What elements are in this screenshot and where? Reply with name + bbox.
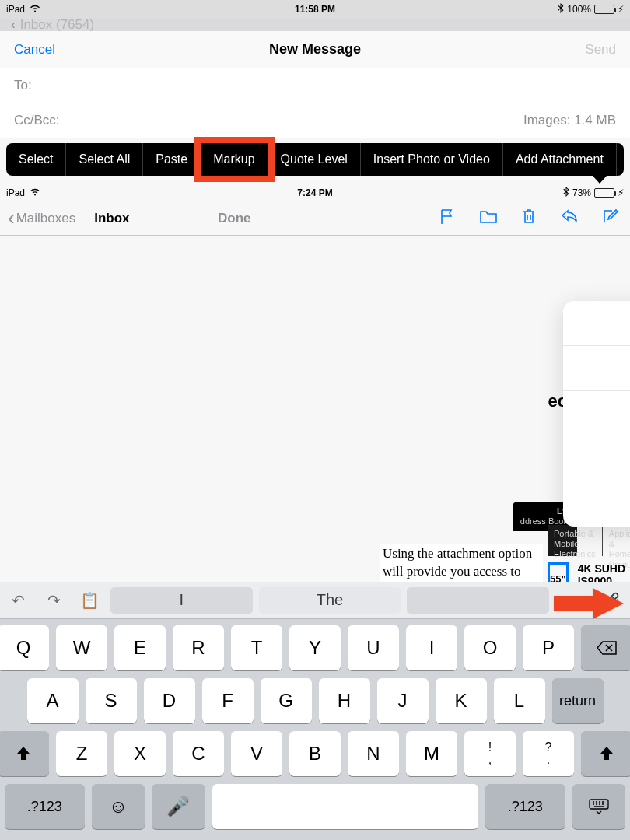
reply-icon[interactable] xyxy=(560,208,579,229)
key-t[interactable]: T xyxy=(231,625,282,670)
key-i[interactable]: I xyxy=(406,625,457,670)
popover-notch xyxy=(593,176,607,184)
category-item[interactable]: Appliances &Home Products xyxy=(603,525,630,556)
numeric-key-right[interactable]: .?123 xyxy=(485,784,565,829)
inbox-title: Inbox xyxy=(94,211,129,226)
key-r[interactable]: R xyxy=(173,625,224,670)
dictation-key[interactable]: 🎤 xyxy=(152,784,205,829)
charging-icon: ⚡︎ xyxy=(618,187,624,198)
folder-icon[interactable] xyxy=(479,208,498,229)
key-n[interactable]: N xyxy=(348,731,399,776)
insert-photo-button[interactable]: Insert Photo or Video xyxy=(361,143,503,176)
key-a[interactable]: A xyxy=(27,678,79,723)
key-s[interactable]: S xyxy=(86,678,137,723)
undo-icon[interactable]: ↶ xyxy=(0,591,36,610)
battery-icon xyxy=(594,188,614,198)
clipboard-icon[interactable]: 📋 xyxy=(72,591,107,610)
inner-status-time: 7:24 PM xyxy=(297,187,332,198)
mailboxes-back-button[interactable]: ‹ Mailboxes xyxy=(8,206,75,230)
markup-button[interactable]: Markup xyxy=(201,143,268,176)
mark-button[interactable]: Mark… xyxy=(563,391,630,436)
add-attachment-button[interactable]: Add Attachment xyxy=(503,143,617,176)
key-l[interactable]: L xyxy=(494,678,545,723)
select-all-button[interactable]: Select All xyxy=(66,143,143,176)
backspace-icon xyxy=(596,640,618,656)
suggestion-2[interactable]: The xyxy=(259,587,401,614)
inner-device-label: iPad xyxy=(6,187,25,198)
redo-icon[interactable]: ↷ xyxy=(36,591,72,610)
key-q[interactable]: Q xyxy=(0,625,49,670)
key-d[interactable]: D xyxy=(144,678,195,723)
numeric-key[interactable]: .?123 xyxy=(5,784,85,829)
key-c[interactable]: C xyxy=(173,731,224,776)
cancel-button[interactable]: Cancel xyxy=(14,42,55,58)
forward-button[interactable]: Forward xyxy=(563,346,630,391)
move-message-button[interactable]: Move Message… xyxy=(563,481,630,527)
done-button[interactable]: Done xyxy=(218,211,251,226)
battery-icon xyxy=(594,5,614,14)
chevron-left-icon: ‹ xyxy=(8,206,15,230)
key-b[interactable]: B xyxy=(289,731,341,776)
to-label: To: xyxy=(14,78,32,93)
reply-actions-popover: Reply Forward Mark… Notify Me… Move Mess… xyxy=(563,301,630,527)
key-e[interactable]: E xyxy=(114,625,166,670)
suggestion-1[interactable]: I xyxy=(110,587,253,614)
inner-battery-percent: 73% xyxy=(572,187,591,198)
svg-marker-0 xyxy=(554,588,624,619)
key-exclaim-comma[interactable]: !, xyxy=(464,731,516,776)
key-v[interactable]: V xyxy=(231,731,282,776)
key-w[interactable]: W xyxy=(56,625,107,670)
cc-label: Cc/Bcc: xyxy=(14,113,60,128)
key-k[interactable]: K xyxy=(436,678,487,723)
key-u[interactable]: U xyxy=(348,625,399,670)
wifi-icon xyxy=(30,187,40,198)
send-button[interactable]: Send xyxy=(585,42,616,58)
key-j[interactable]: J xyxy=(377,678,429,723)
category-item[interactable]: Portable & MobileElectronics xyxy=(548,525,603,556)
trash-icon[interactable] xyxy=(521,208,537,229)
key-h[interactable]: H xyxy=(319,678,370,723)
keyboard-row-1: Q W E R T Y U I O P xyxy=(5,625,625,670)
background-inbox-label: Inbox (7654) xyxy=(20,17,94,33)
keyboard-dismiss-icon xyxy=(589,799,609,814)
suggestion-3[interactable] xyxy=(407,587,549,614)
images-size-label: Images: 1.4 MB xyxy=(523,113,616,128)
key-m[interactable]: M xyxy=(406,731,457,776)
flag-icon[interactable] xyxy=(439,208,456,229)
chevron-left-icon: ‹ xyxy=(11,17,16,33)
shift-key-right[interactable] xyxy=(581,731,630,776)
notify-me-button[interactable]: Notify Me… xyxy=(563,436,630,481)
embedded-screenshot: iPad 7:24 PM 73% ⚡︎ ‹ Mailboxes Inbox Do… xyxy=(0,184,630,236)
key-o[interactable]: O xyxy=(464,625,516,670)
emoji-key[interactable]: ☺ xyxy=(92,784,145,829)
keyboard-row-4: .?123 ☺ 🎤 .?123 xyxy=(5,784,625,829)
to-field-row[interactable]: To: xyxy=(0,68,630,103)
annotation-arrow-icon xyxy=(554,588,624,622)
edit-menu-toolbar: Select Select All Paste Markup Quote Lev… xyxy=(6,143,624,176)
keyboard-row-3: Z X C V B N M !, ?. xyxy=(5,731,625,776)
charging-icon: ⚡︎ xyxy=(618,4,624,15)
cc-field-row[interactable]: Cc/Bcc: Images: 1.4 MB xyxy=(0,103,630,138)
select-button[interactable]: Select xyxy=(6,143,66,176)
outer-status-bar: iPad 11:58 PM 100% ⚡︎ xyxy=(0,0,630,19)
key-g[interactable]: G xyxy=(261,678,312,723)
reply-button[interactable]: Reply xyxy=(563,301,630,346)
key-z[interactable]: Z xyxy=(56,731,107,776)
key-y[interactable]: Y xyxy=(289,625,341,670)
dismiss-keyboard-key[interactable] xyxy=(572,784,625,829)
space-key[interactable] xyxy=(212,784,478,829)
quote-level-button[interactable]: Quote Level xyxy=(268,143,361,176)
shift-key[interactable] xyxy=(0,731,49,776)
compose-icon[interactable] xyxy=(602,208,619,229)
key-f[interactable]: F xyxy=(202,678,254,723)
paste-button[interactable]: Paste xyxy=(143,143,201,176)
backspace-key[interactable] xyxy=(581,625,630,670)
keyboard: ↶ ↷ 📋 I The ⋯ Q W E R T Y U I O P A S D … xyxy=(0,582,630,840)
bluetooth-icon xyxy=(563,187,569,199)
key-question-period[interactable]: ?. xyxy=(523,731,574,776)
return-key[interactable]: return xyxy=(552,678,604,723)
key-p[interactable]: P xyxy=(523,625,574,670)
keyboard-suggestion-bar: ↶ ↷ 📋 I The ⋯ xyxy=(0,582,630,619)
key-x[interactable]: X xyxy=(114,731,166,776)
badge-line1: LS xyxy=(520,506,568,516)
